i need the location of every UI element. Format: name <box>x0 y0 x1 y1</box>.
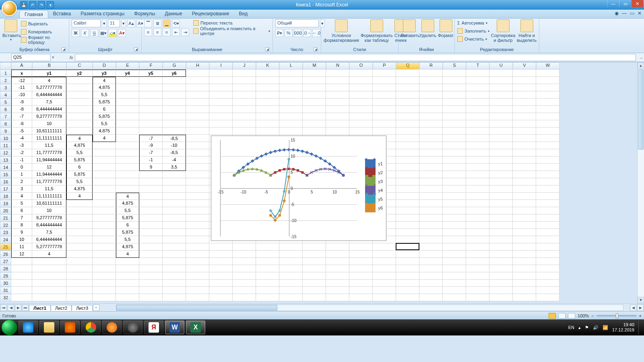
cell[interactable] <box>419 84 443 91</box>
col-header[interactable]: D <box>93 62 116 70</box>
cell[interactable] <box>303 251 326 258</box>
cell[interactable] <box>419 99 443 106</box>
cell[interactable] <box>11 280 32 287</box>
cell[interactable] <box>32 258 66 265</box>
formula-expand-icon[interactable]: ⌄ <box>638 55 644 60</box>
cell[interactable] <box>163 236 186 243</box>
cell[interactable] <box>163 171 186 178</box>
tab-view[interactable]: Вид <box>234 10 252 18</box>
cell[interactable] <box>443 200 466 207</box>
col-header[interactable]: W <box>536 62 559 70</box>
row-header[interactable]: 21 <box>0 214 11 222</box>
cell[interactable] <box>139 77 163 84</box>
cell[interactable] <box>443 70 466 77</box>
cell[interactable]: 5 <box>11 200 32 207</box>
row-header[interactable]: 10 <box>0 135 11 142</box>
cell[interactable] <box>256 243 279 251</box>
cell[interactable] <box>373 287 396 294</box>
cell[interactable]: 9,277777778 <box>32 214 66 222</box>
cell[interactable] <box>32 287 66 294</box>
cell[interactable] <box>186 156 209 164</box>
row-header[interactable]: 14 <box>0 164 11 171</box>
tab-insert[interactable]: Вставка <box>48 10 76 18</box>
cell[interactable] <box>279 120 303 128</box>
cell[interactable]: y6 <box>163 70 186 77</box>
cell[interactable]: -9 <box>11 99 32 106</box>
cell[interactable] <box>419 251 443 258</box>
cell[interactable]: -8,5 <box>163 149 186 156</box>
cell[interactable]: 4 <box>66 193 93 200</box>
col-header[interactable]: P <box>373 62 396 70</box>
cell[interactable] <box>466 135 489 142</box>
row-header[interactable]: 16 <box>0 178 11 185</box>
cell[interactable] <box>489 287 513 294</box>
cell[interactable] <box>93 294 116 301</box>
cell[interactable]: 11,77777778 <box>32 149 66 156</box>
cell[interactable] <box>256 99 279 106</box>
cell[interactable] <box>536 171 559 178</box>
cell[interactable] <box>209 294 233 301</box>
cell[interactable] <box>139 113 163 120</box>
cell[interactable] <box>139 99 163 106</box>
cell[interactable] <box>349 113 373 120</box>
cell[interactable] <box>66 251 93 258</box>
cell[interactable] <box>396 294 419 301</box>
cell[interactable] <box>373 113 396 120</box>
cell[interactable] <box>93 200 116 207</box>
cell[interactable] <box>373 84 396 91</box>
cell[interactable] <box>396 149 419 156</box>
cell[interactable] <box>233 91 256 99</box>
cell[interactable] <box>466 149 489 156</box>
cell[interactable]: 5,5 <box>93 120 116 128</box>
cell[interactable] <box>489 164 513 171</box>
cell[interactable] <box>443 77 466 84</box>
cell[interactable]: 3,5 <box>163 164 186 171</box>
cell[interactable] <box>186 294 209 301</box>
cell[interactable] <box>233 70 256 77</box>
cell[interactable] <box>419 294 443 301</box>
cell[interactable]: y1 <box>32 70 66 77</box>
maximize-button[interactable]: ▭ <box>619 0 631 7</box>
cell[interactable] <box>349 84 373 91</box>
cell[interactable]: 6 <box>66 164 93 171</box>
cell[interactable]: -6 <box>11 120 32 128</box>
cell[interactable] <box>186 91 209 99</box>
cell[interactable] <box>116 77 139 84</box>
cell[interactable] <box>163 128 186 135</box>
taskbar-app1[interactable] <box>123 321 142 334</box>
cell[interactable] <box>186 135 209 142</box>
zoom-out-icon[interactable]: − <box>591 313 594 318</box>
cell[interactable] <box>256 280 279 287</box>
cell[interactable] <box>303 113 326 120</box>
cell[interactable] <box>233 99 256 106</box>
conditional-formatting-button[interactable]: Условное форматирование <box>324 19 359 43</box>
cell[interactable] <box>489 120 513 128</box>
row-header[interactable]: 4 <box>0 91 11 99</box>
row-header[interactable]: 11 <box>0 142 11 149</box>
cell[interactable] <box>139 185 163 193</box>
insert-function-icon[interactable]: fx <box>68 55 75 60</box>
cell[interactable] <box>373 280 396 287</box>
cell[interactable] <box>66 265 93 272</box>
cell[interactable]: 10 <box>32 207 66 214</box>
cell[interactable] <box>419 200 443 207</box>
horizontal-scrollbar[interactable] <box>116 304 623 311</box>
cell[interactable]: 12 <box>11 251 32 258</box>
cell[interactable] <box>443 135 466 142</box>
help-icon[interactable]: ◉ <box>615 10 619 16</box>
cell[interactable] <box>536 229 559 236</box>
cell[interactable] <box>93 214 116 222</box>
cell[interactable] <box>116 265 139 272</box>
cell[interactable] <box>139 294 163 301</box>
cell[interactable] <box>373 251 396 258</box>
cell[interactable] <box>93 207 116 214</box>
cell[interactable] <box>279 251 303 258</box>
cell[interactable] <box>466 207 489 214</box>
cell[interactable]: 6,444444444 <box>32 91 66 99</box>
cell[interactable] <box>466 200 489 207</box>
cell[interactable] <box>163 243 186 251</box>
font-name-combo[interactable]: Calibri <box>72 19 101 27</box>
cell[interactable] <box>186 258 209 265</box>
cell[interactable]: 8 <box>11 222 32 229</box>
row-header[interactable]: 6 <box>0 106 11 113</box>
